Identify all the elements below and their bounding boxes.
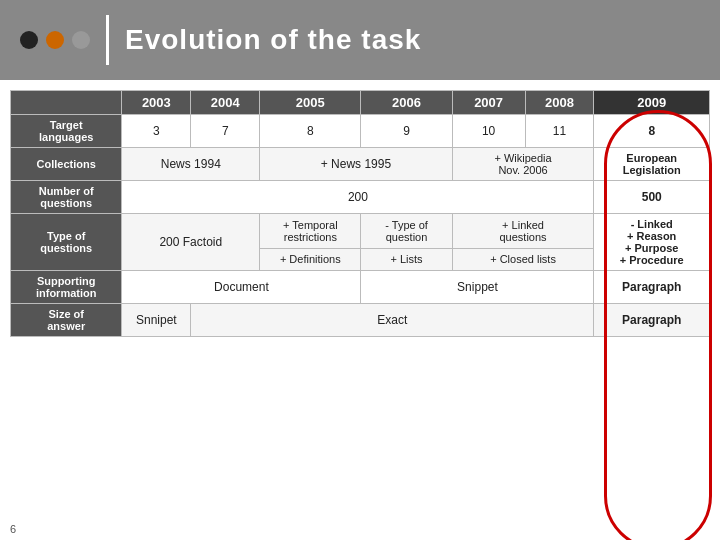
col-header-2003: 2003: [122, 91, 191, 115]
row-target-languages: Targetlanguages 3 7 8 9 10 11 8: [11, 115, 710, 148]
label-num-questions: Number ofquestions: [11, 181, 122, 214]
label-target-languages: Targetlanguages: [11, 115, 122, 148]
row-collections: Collections News 1994 + News 1995 + Wiki…: [11, 148, 710, 181]
row-type-questions: Type ofquestions 200 Factoid + Temporalr…: [11, 214, 710, 249]
cell-tq-2005a: + Temporalrestrictions: [260, 214, 361, 249]
label-size-answer: Size ofanswer: [11, 304, 122, 337]
cell-tl-2008: 11: [525, 115, 594, 148]
header-title: Evolution of the task: [125, 24, 421, 56]
col-header-2007: 2007: [452, 91, 525, 115]
row-num-questions: Number ofquestions 200 500: [11, 181, 710, 214]
col-header-2006: 2006: [361, 91, 452, 115]
cell-si-2003-2005: Document: [122, 271, 361, 304]
slide: Evolution of the task 2003 2004 2005: [0, 0, 720, 540]
cell-si-2009: Paragraph: [594, 271, 710, 304]
cell-tq-2006b: + Lists: [361, 248, 452, 270]
cell-tl-2003: 3: [122, 115, 191, 148]
col-header-2009: 2009: [594, 91, 710, 115]
header-dots: [20, 31, 90, 49]
cell-tq-2003-2004: 200 Factoid: [122, 214, 260, 271]
cell-sa-2003: Snnipet: [122, 304, 191, 337]
year-header-row: 2003 2004 2005 2006 2007 2008 2009: [11, 91, 710, 115]
col-header-2005: 2005: [260, 91, 361, 115]
cell-nq-2009: 500: [594, 181, 710, 214]
cell-tq-2007a: + Linkedquestions: [452, 214, 594, 249]
cell-tl-2004: 7: [191, 115, 260, 148]
header: Evolution of the task: [0, 0, 720, 80]
cell-col-2007-2008: + WikipediaNov. 2006: [452, 148, 594, 181]
cell-tl-2009: 8: [594, 115, 710, 148]
cell-tq-2006a: - Type ofquestion: [361, 214, 452, 249]
cell-tl-2005: 8: [260, 115, 361, 148]
dot-orange: [46, 31, 64, 49]
dot-gray: [72, 31, 90, 49]
dot-black: [20, 31, 38, 49]
cell-nq-2003-2008: 200: [122, 181, 594, 214]
table-container: 2003 2004 2005 2006 2007 2008 2009 Targe…: [0, 80, 720, 337]
cell-tq-2007b: + Closed lists: [452, 248, 594, 270]
col-header-empty: [11, 91, 122, 115]
main-table: 2003 2004 2005 2006 2007 2008 2009 Targe…: [10, 90, 710, 337]
cell-col-2009: EuropeanLegislation: [594, 148, 710, 181]
label-type-questions: Type ofquestions: [11, 214, 122, 271]
label-supporting: Supportinginformation: [11, 271, 122, 304]
cell-col-2005-2006: + News 1995: [260, 148, 452, 181]
label-collections: Collections: [11, 148, 122, 181]
header-divider: [106, 15, 109, 65]
col-header-2008: 2008: [525, 91, 594, 115]
cell-col-2003-2004: News 1994: [122, 148, 260, 181]
cell-si-2006-2008: Snippet: [361, 271, 594, 304]
col-header-2004: 2004: [191, 91, 260, 115]
cell-tl-2007: 10: [452, 115, 525, 148]
slide-number: 6: [10, 523, 16, 535]
row-supporting: Supportinginformation Document Snippet P…: [11, 271, 710, 304]
cell-tq-2009: - Linked+ Reason+ Purpose+ Procedure: [594, 214, 710, 271]
cell-tq-2005b: + Definitions: [260, 248, 361, 270]
cell-tl-2006: 9: [361, 115, 452, 148]
cell-sa-2004-2008: Exact: [191, 304, 594, 337]
cell-sa-2009: Paragraph: [594, 304, 710, 337]
row-size-answer: Size ofanswer Snnipet Exact Paragraph: [11, 304, 710, 337]
